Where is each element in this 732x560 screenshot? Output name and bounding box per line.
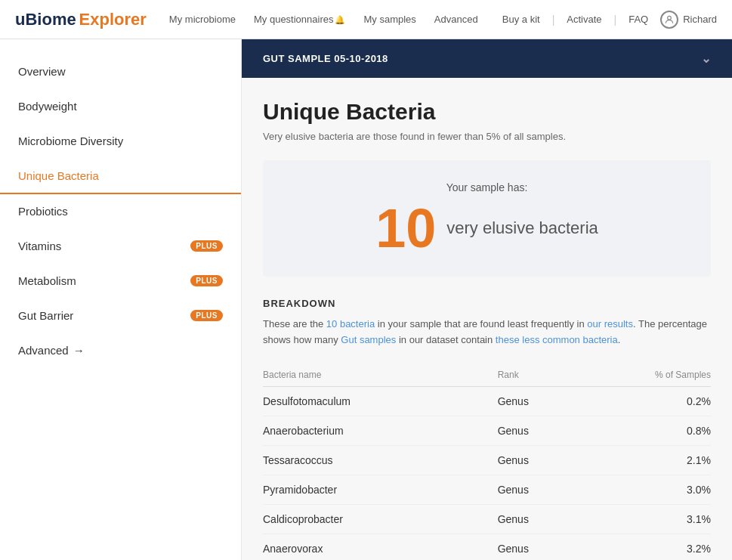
nav-links: My microbiome My questionnaires🔔 My samp… (169, 14, 502, 25)
breakdown-desc: These are the 10 bacteria in your sample… (263, 317, 711, 348)
user-avatar-icon (660, 11, 678, 29)
stat-number: 10 (375, 201, 436, 255)
layout: Overview Bodyweight Microbiome Diversity… (0, 39, 732, 560)
col-header-name: Bacteria name (263, 364, 498, 387)
nav-link-my-questionnaires[interactable]: My questionnaires🔔 (254, 14, 346, 25)
cell-rank-2: Genus (498, 445, 574, 475)
table-row: Anaerovorax Genus 3.2% (263, 534, 711, 560)
logo-biome: Biome (25, 10, 76, 29)
stat-text: very elusive bacteria (446, 218, 598, 238)
stat-label: Your sample has: (290, 181, 684, 193)
cell-percent-2: 2.1% (574, 445, 711, 475)
sidebar-item-overview[interactable]: Overview (0, 54, 241, 89)
nav-activate[interactable]: Activate (567, 14, 601, 25)
stat-box: Your sample has: 10 very elusive bacteri… (263, 160, 711, 277)
sidebar-item-probiotics[interactable]: Probiotics (0, 194, 241, 229)
nav-buy-kit[interactable]: Buy a kit (502, 14, 540, 25)
nav-user[interactable]: Richard (660, 11, 717, 29)
cell-rank-4: Genus (498, 504, 574, 534)
nav-right: Buy a kit | Activate | FAQ Richard (502, 11, 717, 29)
page-title: Unique Bacteria (263, 99, 711, 125)
nav-link-my-microbiome[interactable]: My microbiome (169, 14, 236, 25)
nav-divider-1: | (552, 14, 555, 26)
nav-link-advanced[interactable]: Advanced (434, 14, 478, 25)
table-row: Caldicoprobacter Genus 3.1% (263, 504, 711, 534)
cell-rank-0: Genus (498, 386, 574, 416)
table-row: Anaerobacterium Genus 0.8% (263, 416, 711, 445)
cell-percent-4: 3.1% (574, 504, 711, 534)
nav-faq[interactable]: FAQ (629, 14, 648, 25)
advanced-arrow-icon: → (73, 344, 85, 357)
sidebar-item-metabolism[interactable]: Metabolism PLUS (0, 264, 241, 299)
cell-rank-5: Genus (498, 534, 574, 560)
cell-rank-3: Genus (498, 475, 574, 504)
user-name: Richard (683, 14, 717, 25)
sidebar-item-unique-bacteria[interactable]: Unique Bacteria (0, 159, 241, 194)
sample-header[interactable]: GUT SAMPLE 05-10-2018 ⌄ (242, 39, 732, 78)
page-subtitle: Very elusive bacteria are those found in… (263, 131, 711, 142)
col-header-percent: % of Samples (574, 364, 711, 387)
cell-name-2: Tessaracoccus (263, 445, 498, 475)
sample-header-title: GUT SAMPLE 05-10-2018 (263, 53, 388, 64)
main-content: GUT SAMPLE 05-10-2018 ⌄ Unique Bacteria … (242, 39, 732, 560)
sidebar-item-gut-barrier[interactable]: Gut Barrier PLUS (0, 299, 241, 333)
logo-explorer: Explorer (79, 10, 147, 29)
cell-percent-0: 0.2% (574, 386, 711, 416)
table-row: Desulfotomaculum Genus 0.2% (263, 386, 711, 416)
cell-name-5: Anaerovorax (263, 534, 498, 560)
page-content: Unique Bacteria Very elusive bacteria ar… (242, 78, 732, 560)
sidebar-item-bodyweight[interactable]: Bodyweight (0, 89, 241, 124)
cell-name-0: Desulfotomaculum (263, 386, 498, 416)
breakdown-link-results[interactable]: our results (587, 318, 633, 330)
breakdown-link-10[interactable]: 10 bacteria (326, 318, 375, 330)
cell-percent-3: 3.0% (574, 475, 711, 504)
stat-value-row: 10 very elusive bacteria (290, 201, 684, 255)
sidebar-item-advanced[interactable]: Advanced → (0, 333, 241, 367)
breakdown-link-gut[interactable]: Gut samples (341, 334, 396, 345)
navbar: uBiome Explorer My microbiome My questio… (0, 0, 732, 39)
col-header-rank: Rank (498, 364, 574, 387)
table-row: Pyramidobacter Genus 3.0% (263, 475, 711, 504)
nav-divider-2: | (614, 14, 617, 26)
breakdown-title: BREAKDOWN (263, 298, 711, 309)
cell-rank-1: Genus (498, 416, 574, 445)
vitamins-plus-badge: PLUS (190, 240, 223, 252)
nav-link-my-samples[interactable]: My samples (363, 14, 415, 25)
sample-header-chevron-icon: ⌄ (701, 51, 712, 66)
gut-barrier-plus-badge: PLUS (190, 310, 223, 321)
bacteria-table: Bacteria name Rank % of Samples Desulfot… (263, 364, 711, 560)
cell-percent-5: 3.2% (574, 534, 711, 560)
bell-icon: 🔔 (335, 15, 345, 24)
cell-name-1: Anaerobacterium (263, 416, 498, 445)
sidebar-item-vitamins[interactable]: Vitamins PLUS (0, 229, 241, 264)
cell-name-3: Pyramidobacter (263, 475, 498, 504)
svg-point-0 (668, 16, 672, 20)
sidebar: Overview Bodyweight Microbiome Diversity… (0, 39, 242, 560)
metabolism-plus-badge: PLUS (190, 275, 223, 286)
cell-percent-1: 0.8% (574, 416, 711, 445)
sidebar-item-microbiome-diversity[interactable]: Microbiome Diversity (0, 124, 241, 159)
cell-name-4: Caldicoprobacter (263, 504, 498, 534)
logo-u: u (15, 10, 25, 29)
breakdown-link-common[interactable]: these less common bacteria (496, 334, 618, 345)
table-row: Tessaracoccus Genus 2.1% (263, 445, 711, 475)
logo[interactable]: uBiome Explorer (15, 10, 147, 29)
